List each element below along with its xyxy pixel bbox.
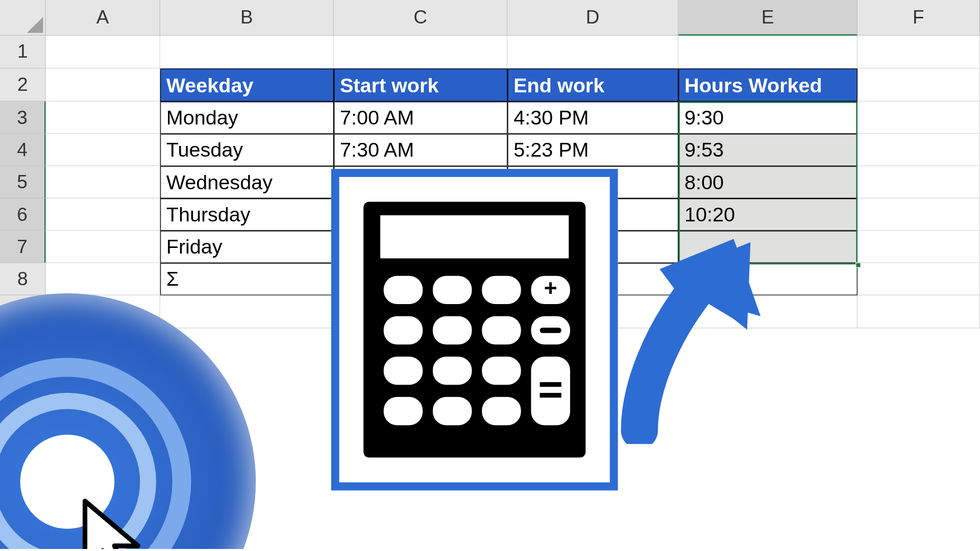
svg-text:+: + [544, 275, 557, 301]
row-header-7[interactable]: 7 [0, 231, 46, 263]
calculator-overlay: + [331, 169, 618, 490]
svg-rect-16 [433, 397, 472, 425]
svg-rect-20 [540, 393, 561, 397]
cell-B8[interactable]: Σ [160, 263, 334, 295]
svg-rect-19 [540, 382, 561, 387]
svg-rect-13 [433, 357, 472, 385]
col-header-F[interactable]: F [857, 0, 980, 36]
svg-rect-18 [531, 357, 570, 425]
cell-B5[interactable]: Wednesday [160, 166, 334, 198]
calculator-icon: + [357, 195, 593, 464]
row-header-5[interactable]: 5 [0, 166, 46, 198]
cell-A2[interactable] [46, 69, 160, 102]
row-header-2[interactable]: 2 [0, 69, 46, 102]
col-header-D[interactable]: D [507, 0, 678, 36]
cell-A6[interactable] [46, 198, 160, 231]
cell-D3[interactable]: 4:30 PM [507, 102, 678, 134]
cursor-icon [74, 495, 155, 549]
svg-rect-17 [482, 397, 521, 425]
cell-A3[interactable] [46, 102, 160, 134]
cell-F5[interactable] [857, 166, 980, 198]
col-header-A[interactable]: A [46, 0, 160, 36]
cell-E3[interactable]: 9:30 [678, 102, 857, 134]
cell-F3[interactable] [857, 102, 980, 134]
col-header-E[interactable]: E [678, 0, 857, 36]
cell-F7[interactable] [857, 231, 980, 263]
svg-rect-14 [482, 357, 521, 385]
cell-F8[interactable] [857, 263, 980, 295]
cell-F2[interactable] [857, 69, 980, 102]
cell-B7[interactable]: Friday [160, 231, 334, 263]
cell-B2[interactable]: Weekday [160, 69, 334, 102]
cell-E5[interactable]: 8:00 [678, 166, 857, 198]
row-header-6[interactable]: 6 [0, 198, 46, 231]
brand-logo [0, 293, 256, 549]
cell-F1[interactable] [857, 36, 980, 69]
cell-B4[interactable]: Tuesday [160, 134, 334, 166]
cell-B1[interactable] [160, 36, 334, 69]
cell-B6[interactable]: Thursday [160, 198, 334, 231]
cell-C2[interactable]: Start work [334, 69, 507, 102]
cell-E1[interactable] [678, 36, 857, 69]
cell-D4[interactable]: 5:23 PM [507, 134, 678, 166]
row-header-3[interactable]: 3 [0, 102, 46, 134]
svg-rect-7 [384, 316, 423, 344]
cell-E7[interactable] [678, 231, 857, 263]
select-all-corner[interactable] [0, 0, 46, 36]
svg-rect-4 [482, 276, 521, 304]
svg-rect-9 [482, 316, 521, 344]
cell-E6[interactable]: 10:20 [678, 198, 857, 231]
cell-B3[interactable]: Monday [160, 102, 334, 134]
cell-E8[interactable] [678, 263, 857, 295]
row-header-4[interactable]: 4 [0, 134, 46, 166]
cell-F4[interactable] [857, 134, 980, 166]
cell-C1[interactable] [334, 36, 507, 69]
cell-A7[interactable] [46, 231, 160, 263]
cell-A4[interactable] [46, 134, 160, 166]
col-header-C[interactable]: C [334, 0, 507, 36]
row-header-1[interactable]: 1 [0, 36, 46, 69]
cell-A1[interactable] [46, 36, 160, 69]
cell-A5[interactable] [46, 166, 160, 198]
svg-rect-15 [384, 397, 423, 425]
cell-D2[interactable]: End work [507, 69, 678, 102]
cell-E2[interactable]: Hours Worked [678, 69, 857, 102]
row-header-8[interactable]: 8 [0, 263, 46, 295]
svg-rect-12 [384, 357, 423, 385]
col-header-B[interactable]: B [160, 0, 334, 36]
svg-rect-8 [433, 316, 472, 344]
svg-rect-2 [384, 276, 423, 304]
cell-C4[interactable]: 7:30 AM [334, 134, 507, 166]
cell-E4[interactable]: 9:53 [678, 134, 857, 166]
cell-F9[interactable] [857, 295, 980, 329]
cell-F6[interactable] [857, 198, 980, 231]
cell-E9[interactable] [678, 295, 857, 329]
cell-C3[interactable]: 7:00 AM [334, 102, 507, 134]
cell-A8[interactable] [46, 263, 160, 295]
svg-rect-1 [380, 215, 569, 258]
cell-D1[interactable] [507, 36, 678, 69]
svg-rect-3 [433, 276, 472, 304]
svg-rect-11 [540, 328, 561, 333]
